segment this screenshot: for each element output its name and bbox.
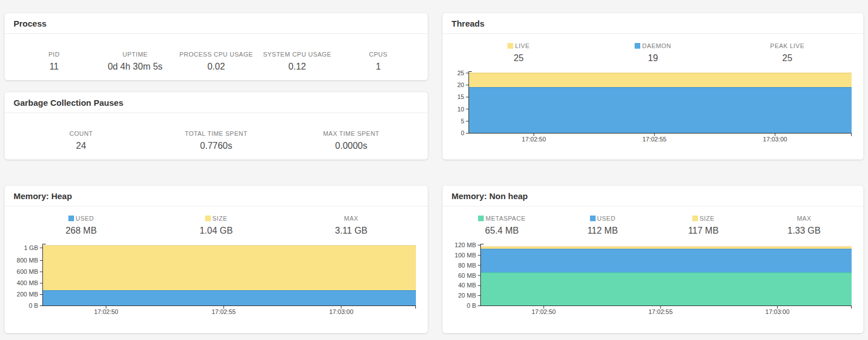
stat-value: 117 MB [653, 225, 754, 236]
dashboard-page: Process PID 11 UPTIME 0d 4h 30m 5s PROCE… [0, 0, 868, 340]
stat-uptime: UPTIME 0d 4h 30m 5s [94, 50, 175, 72]
svg-text:0 B: 0 B [29, 302, 38, 309]
nonheap-stat-row: METASPACE 65.4 MB USED 112 MB SIZE 117 M… [452, 206, 854, 236]
stat-value: 0.12 [257, 61, 337, 72]
panel-title: Threads [452, 19, 484, 28]
heap-stat-row: USED 268 MB SIZE 1.04 GB MAX 3.11 GB [14, 206, 419, 236]
nonheap-panel-header: Memory: Non heap [442, 186, 863, 206]
svg-text:17:03:00: 17:03:00 [763, 136, 787, 143]
stat-label: USED [76, 214, 94, 222]
stat-system-cpu-usage: SYSTEM CPU USAGE 0.12 [257, 50, 337, 72]
stat-pid: PID 11 [14, 50, 94, 72]
svg-text:120 MB: 120 MB [455, 242, 476, 248]
stat-label: PROCESS CPU USAGE [176, 50, 257, 58]
stat-label: PEAK LIVE [770, 42, 805, 50]
stat-nonheap-max: MAX 1.33 GB [754, 214, 854, 236]
svg-text:5: 5 [461, 118, 464, 124]
stat-metaspace: METASPACE 65.4 MB [452, 214, 552, 236]
stat-label: TOTAL TIME SPENT [149, 130, 284, 137]
stat-label: SIZE [700, 214, 714, 222]
stat-label: LIVE [515, 42, 530, 50]
svg-text:1 GB: 1 GB [24, 244, 38, 251]
gc-pauses-panel: Garbage Collection Pauses COUNT 24 TOTAL… [5, 92, 428, 160]
stat-label: USED [597, 214, 616, 222]
stat-label: UPTIME [94, 50, 175, 58]
svg-text:800 MB: 800 MB [17, 257, 38, 264]
gc-panel-header: Garbage Collection Pauses [5, 92, 428, 113]
stat-live-threads: LIVE 25 [452, 42, 586, 64]
stat-label: CPUS [338, 50, 419, 58]
stat-value: 1.04 GB [149, 225, 284, 236]
gc-stat-row: COUNT 24 TOTAL TIME SPENT 0.7760s MAX TI… [14, 122, 419, 152]
stat-label: MAX [797, 214, 811, 222]
stat-heap-size: SIZE 1.04 GB [149, 214, 284, 236]
svg-text:17:02:50: 17:02:50 [94, 308, 118, 315]
heap-memory-chart[interactable]: 0 B200 MB400 MB600 MB800 MB1 GB17:02:501… [14, 240, 419, 317]
svg-text:25: 25 [457, 70, 464, 76]
svg-text:17:02:50: 17:02:50 [532, 308, 556, 315]
stat-label: SYSTEM CPU USAGE [257, 50, 337, 58]
svg-text:600 MB: 600 MB [17, 268, 38, 275]
svg-text:17:02:50: 17:02:50 [522, 136, 546, 143]
svg-text:80 MB: 80 MB [458, 262, 476, 269]
svg-text:17:02:55: 17:02:55 [648, 308, 672, 315]
nonheap-panel-body: METASPACE 65.4 MB USED 112 MB SIZE 117 M… [442, 206, 863, 333]
metaspace-legend-swatch [478, 216, 484, 221]
svg-text:10: 10 [457, 106, 464, 113]
stat-label: COUNT [14, 130, 149, 137]
stat-peak-live-threads: PEAK LIVE 25 [720, 42, 854, 64]
stat-nonheap-size: SIZE 117 MB [653, 214, 754, 236]
threads-panel-body: LIVE 25 DAEMON 19 PEAK LIVE 25 051015202… [442, 34, 863, 160]
stat-value: 0d 4h 30m 5s [94, 61, 175, 72]
stat-total-time-spent: TOTAL TIME SPENT 0.7760s [149, 130, 284, 152]
svg-text:0 B: 0 B [467, 302, 476, 309]
stat-value: 268 MB [14, 225, 149, 236]
panel-title: Process [14, 19, 46, 28]
stat-max-time-spent: MAX TIME SPENT 0.0000s [284, 130, 419, 152]
threads-panel: Threads LIVE 25 DAEMON 19 PEAK LIVE 25 [442, 13, 863, 160]
svg-text:100 MB: 100 MB [455, 252, 476, 259]
svg-text:17:03:00: 17:03:00 [765, 308, 789, 315]
svg-text:400 MB: 400 MB [17, 279, 38, 286]
svg-text:17:03:00: 17:03:00 [329, 308, 353, 315]
stat-nonheap-used: USED 112 MB [552, 214, 653, 236]
stat-daemon-threads: DAEMON 19 [586, 42, 721, 64]
threads-panel-header: Threads [442, 13, 863, 34]
svg-text:20 MB: 20 MB [458, 292, 476, 299]
svg-text:0: 0 [461, 130, 464, 136]
used-legend-swatch [590, 216, 596, 221]
threads-chart[interactable]: 051015202517:02:5017:02:5517:03:00 [452, 68, 854, 144]
svg-text:20: 20 [457, 81, 464, 88]
gc-panel-body: COUNT 24 TOTAL TIME SPENT 0.7760s MAX TI… [5, 113, 428, 160]
stat-label: SIZE [212, 214, 227, 222]
stat-heap-max: MAX 3.11 GB [284, 214, 419, 236]
right-column: Threads LIVE 25 DAEMON 19 PEAK LIVE 25 [442, 13, 863, 340]
stat-value: 112 MB [552, 225, 653, 236]
live-legend-swatch [507, 43, 513, 49]
panel-title: Memory: Heap [14, 191, 72, 201]
svg-text:200 MB: 200 MB [17, 291, 38, 298]
stat-value: 1 [338, 61, 419, 72]
stat-label: METASPACE [485, 214, 526, 222]
stat-value: 19 [586, 53, 721, 64]
stat-cpus: CPUS 1 [338, 50, 419, 72]
heap-panel-header: Memory: Heap [5, 186, 428, 206]
svg-text:40 MB: 40 MB [458, 282, 476, 289]
stat-value: 65.4 MB [452, 225, 552, 236]
stat-value: 0.02 [176, 61, 257, 72]
threads-stat-row: LIVE 25 DAEMON 19 PEAK LIVE 25 [452, 34, 854, 64]
stat-label: MAX TIME SPENT [284, 130, 419, 137]
svg-text:15: 15 [457, 93, 464, 100]
stat-value: 0.7760s [149, 140, 284, 152]
svg-text:17:02:55: 17:02:55 [211, 308, 236, 315]
process-panel-header: Process [5, 13, 428, 34]
stat-value: 0.0000s [284, 140, 419, 152]
heap-panel-body: USED 268 MB SIZE 1.04 GB MAX 3.11 GB 0 B… [5, 206, 428, 333]
memory-heap-panel: Memory: Heap USED 268 MB SIZE 1.04 GB MA… [5, 186, 428, 333]
svg-text:60 MB: 60 MB [458, 272, 476, 279]
process-stat-row: PID 11 UPTIME 0d 4h 30m 5s PROCESS CPU U… [14, 42, 419, 72]
stat-value: 25 [452, 53, 586, 64]
nonheap-memory-chart[interactable]: 0 B20 MB40 MB60 MB80 MB100 MB120 MB17:02… [452, 240, 854, 317]
memory-nonheap-panel: Memory: Non heap METASPACE 65.4 MB USED … [442, 186, 863, 333]
stat-value: 24 [14, 140, 149, 152]
